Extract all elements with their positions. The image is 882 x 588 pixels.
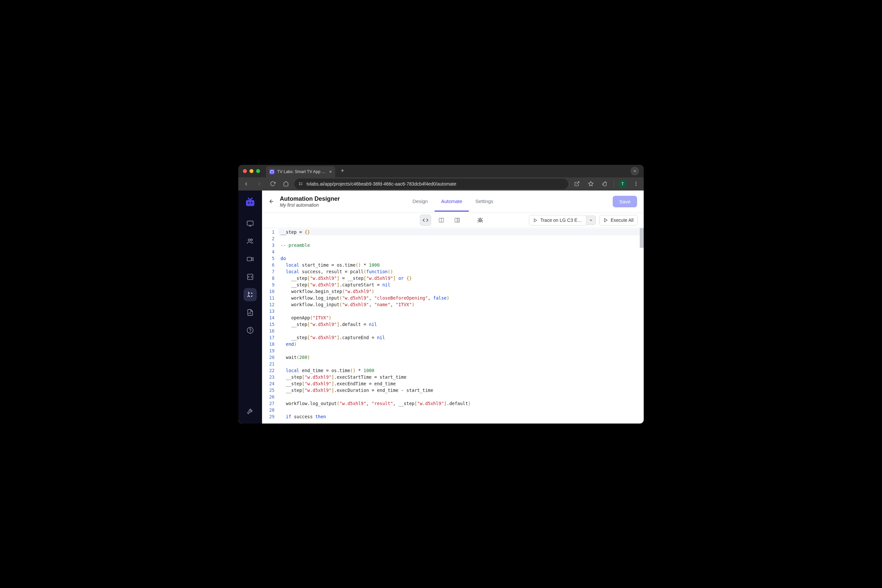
code-line[interactable]: end) [279, 341, 644, 347]
line-number: 3 [262, 242, 274, 249]
sidebar-item-help[interactable] [244, 324, 257, 337]
code-line[interactable] [279, 249, 644, 255]
profile-avatar[interactable]: T [619, 180, 627, 188]
code-line[interactable] [279, 361, 644, 367]
code-editor[interactable]: 1234567891011121314151617181920212223242… [262, 228, 644, 423]
code-line[interactable] [279, 328, 644, 334]
code-line[interactable]: workflow.log_input("w.d5xhl9", "closeBef… [279, 295, 644, 301]
code-line[interactable]: __step["w.d5xhl9"].execStartTime = start… [279, 374, 644, 380]
url-text: tvlabs.ai/app/projects/c46beab9-38fd-466… [306, 181, 456, 186]
extensions-icon[interactable] [600, 179, 609, 189]
code-line[interactable]: openApp("ITVX") [279, 314, 644, 321]
code-line[interactable] [279, 393, 644, 400]
line-number: 20 [262, 354, 274, 361]
line-number: 24 [262, 380, 274, 387]
code-line[interactable]: workflow.log_output("w.d5xhl9", "result"… [279, 400, 644, 407]
code-line[interactable]: __step["w.d5xhl9"].execEndTime = end_tim… [279, 380, 644, 387]
close-tab-icon[interactable]: × [329, 169, 332, 174]
svg-rect-21 [479, 219, 482, 222]
browser-tab[interactable]: TV Labs: Smart TV App Testi… × [266, 166, 335, 177]
view-split-left-button[interactable] [436, 214, 447, 226]
browser-window: TV Labs: Smart TV App Testi… × + tvlabs.… [238, 165, 644, 423]
sidebar-item-tools[interactable] [244, 404, 257, 418]
sidebar-item-recordings[interactable] [244, 252, 257, 266]
reload-button[interactable] [268, 179, 277, 189]
svg-point-14 [247, 327, 253, 333]
tab-design[interactable]: Design [406, 191, 434, 212]
bookmark-icon[interactable] [586, 179, 595, 189]
execute-all-button[interactable]: Execute All [599, 215, 638, 225]
code-line[interactable]: wait(200) [279, 354, 644, 361]
line-number: 21 [262, 361, 274, 367]
line-number: 29 [262, 413, 274, 420]
tabs-dropdown-button[interactable] [630, 167, 639, 176]
code-line[interactable] [279, 236, 644, 242]
line-number: 16 [262, 328, 274, 334]
code-line[interactable] [279, 308, 644, 314]
back-arrow-button[interactable] [268, 198, 274, 204]
site-settings-icon[interactable] [298, 181, 303, 186]
minimize-window-button[interactable] [249, 169, 254, 173]
svg-rect-19 [457, 218, 459, 222]
line-number: 27 [262, 400, 274, 407]
home-button[interactable] [281, 179, 290, 189]
code-line[interactable]: local success, result = pcall(function() [279, 268, 644, 275]
code-line[interactable]: __step["w.d5xhl9"].captureStart = nil [279, 282, 644, 288]
code-line[interactable]: workflow.begin_step("w.d5xhl9") [279, 288, 644, 295]
nav-forward-button[interactable] [255, 179, 264, 189]
code-line[interactable]: local start_time = os.time() * 1000 [279, 262, 644, 268]
tab-automate[interactable]: Automate [434, 191, 469, 212]
close-window-button[interactable] [243, 169, 247, 173]
svg-marker-23 [604, 219, 607, 222]
svg-point-2 [299, 184, 300, 185]
sidebar-item-team[interactable] [244, 235, 257, 248]
svg-rect-6 [246, 200, 255, 206]
line-number: 22 [262, 367, 274, 374]
code-line[interactable]: workflow.log_input("w.d5xhl9", "name", "… [279, 301, 644, 308]
code-area[interactable]: __step = {} -- preamble do local start_t… [279, 228, 644, 423]
save-button[interactable]: Save [613, 196, 637, 207]
line-number: 12 [262, 301, 274, 308]
sidebar-item-reports[interactable] [244, 306, 257, 319]
line-number: 18 [262, 341, 274, 347]
maximize-window-button[interactable] [256, 169, 260, 173]
url-input[interactable]: tvlabs.ai/app/projects/c46beab9-38fd-466… [294, 178, 568, 189]
open-external-icon[interactable] [572, 179, 581, 189]
trace-button[interactable]: Trace on LG C3 E… [529, 215, 586, 225]
sidebar-item-devices[interactable] [244, 217, 257, 230]
page-subtitle: My first automation [280, 202, 340, 208]
new-tab-button[interactable]: + [338, 166, 347, 176]
app-logo[interactable] [244, 196, 256, 208]
sidebar-item-automation[interactable] [244, 288, 257, 301]
execute-label: Execute All [611, 218, 633, 223]
code-line[interactable] [279, 347, 644, 354]
code-line[interactable]: local end_time = os.time() * 1000 [279, 367, 644, 374]
code-line[interactable]: __step["w.d5xhl9"].default = nil [279, 321, 644, 328]
code-line[interactable]: __step["w.d5xhl9"] = __step["w.d5xhl9"] … [279, 275, 644, 282]
code-line[interactable]: __step["w.d5xhl9"].execDuration = end_ti… [279, 387, 644, 393]
scrollbar-thumb[interactable] [640, 228, 644, 248]
line-number: 19 [262, 347, 274, 354]
line-number: 17 [262, 334, 274, 341]
code-line[interactable]: __step["w.d5xhl9"].captureEnd = nil [279, 334, 644, 341]
nav-back-button[interactable] [242, 179, 251, 189]
tab-settings[interactable]: Settings [469, 191, 500, 212]
line-number: 25 [262, 387, 274, 393]
view-code-button[interactable] [420, 214, 431, 226]
svg-point-4 [636, 183, 636, 184]
trace-dropdown-button[interactable] [586, 216, 596, 225]
view-split-right-button[interactable] [452, 214, 463, 226]
svg-rect-12 [247, 257, 252, 261]
tab-favicon [269, 169, 274, 174]
code-line[interactable]: if success then [279, 413, 644, 420]
code-line[interactable] [279, 407, 644, 413]
line-number: 13 [262, 308, 274, 314]
titlebar: TV Labs: Smart TV App Testi… × + [238, 165, 644, 177]
line-number: 11 [262, 295, 274, 301]
debug-button[interactable] [475, 214, 486, 226]
sidebar-item-code[interactable] [244, 270, 257, 284]
code-line[interactable]: do [279, 255, 644, 262]
browser-menu-icon[interactable] [631, 179, 640, 189]
code-line[interactable]: -- preamble [279, 242, 644, 249]
code-line[interactable]: __step = {} [279, 229, 644, 236]
